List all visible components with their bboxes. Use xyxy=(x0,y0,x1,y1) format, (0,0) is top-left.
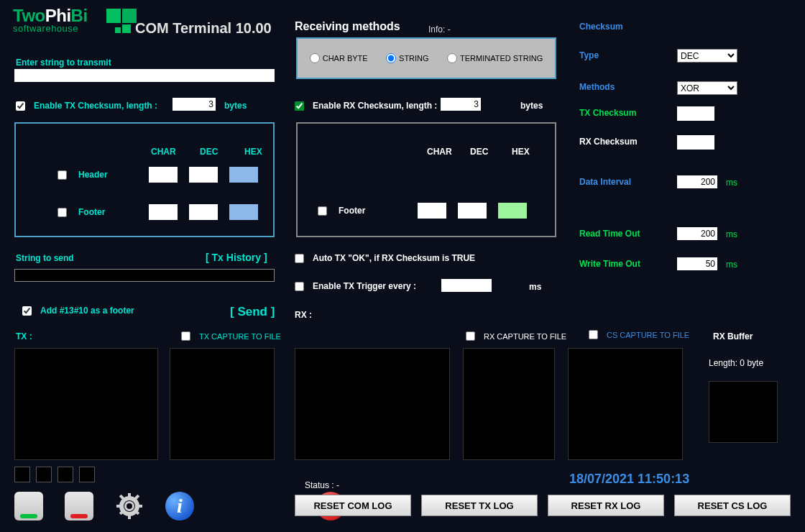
reset-com-log-button[interactable]: RESET COM LOG xyxy=(295,495,411,516)
rx-checksum-label: RX Checksum xyxy=(579,137,638,147)
receiving-methods-panel: CHAR BYTE STRING TERMINATED STRING xyxy=(296,37,556,79)
tx-footer-char[interactable] xyxy=(149,204,178,220)
enable-tx-checksum-checkbox[interactable] xyxy=(16,101,25,111)
status-ind-4 xyxy=(79,467,95,482)
tx-header-footer-panel: CHAR DEC HEX Header Footer xyxy=(14,122,275,237)
enable-trigger-checkbox[interactable] xyxy=(295,282,304,291)
tx-bytes-label: bytes xyxy=(224,101,247,111)
di-ms: ms xyxy=(726,178,737,188)
rx-col-char: CHAR xyxy=(427,147,452,157)
read-timeout-label: Read Time Out xyxy=(579,229,640,239)
rx-log-1[interactable] xyxy=(295,348,450,460)
rx-buffer-title: RX Buffer xyxy=(713,331,753,341)
methods-select[interactable]: XOR xyxy=(677,81,737,95)
rx-log-2[interactable] xyxy=(463,348,555,460)
type-select[interactable]: DEC xyxy=(677,49,737,63)
tx-footer-dec[interactable] xyxy=(189,204,218,220)
tx-header-checkbox[interactable] xyxy=(58,170,67,180)
info-label: Info: - xyxy=(428,24,451,35)
settings-icon[interactable] xyxy=(115,492,144,520)
rx-capture-checkbox[interactable] xyxy=(466,331,475,341)
info-icon[interactable]: i xyxy=(165,492,194,520)
enable-rx-checksum-checkbox[interactable] xyxy=(295,101,304,111)
write-timeout-input[interactable] xyxy=(677,257,717,270)
enable-tx-checksum-row: Enable TX Checksum, length : xyxy=(16,101,157,111)
disconnect-icon[interactable] xyxy=(65,492,93,520)
string-to-send-input[interactable] xyxy=(14,269,275,282)
enable-trigger-row: Enable TX Trigger every : xyxy=(295,281,416,291)
rx-footer-row: Footer xyxy=(318,203,527,219)
data-interval-label: Data Interval xyxy=(579,177,631,187)
enable-rx-checksum-label: Enable RX Checksum, length : xyxy=(313,101,437,111)
tx-checksum-value xyxy=(677,106,714,121)
cs-log[interactable] xyxy=(568,348,683,460)
rx-footer-char[interactable] xyxy=(418,203,446,219)
tx-header-label: Header xyxy=(78,170,119,180)
rx-footer-hex[interactable] xyxy=(498,203,527,219)
radio-terminated-label: TERMINATED STRING xyxy=(460,54,543,63)
rx-bytes-label: bytes xyxy=(520,101,543,111)
tx-footer-label: Footer xyxy=(78,207,119,217)
enable-trigger-label: Enable TX Trigger every : xyxy=(313,281,416,291)
tx-checksum-length-input[interactable] xyxy=(172,98,216,111)
logo: TwoPhiBi softwarehouse xyxy=(13,6,121,45)
auto-tx-ok-label: Auto TX "OK", if RX Checksum is TRUE xyxy=(313,253,475,263)
tx-capture-checkbox[interactable] xyxy=(181,331,190,341)
tx-log-2[interactable] xyxy=(170,348,275,460)
tx-header-char[interactable] xyxy=(149,167,178,183)
tx-history-link[interactable]: [ Tx History ] xyxy=(206,252,267,263)
col-dec: DEC xyxy=(200,147,218,157)
add-1310-row: Add #13#10 as a footer xyxy=(22,306,134,316)
auto-tx-ok-checkbox[interactable] xyxy=(295,254,304,263)
rx-footer-checkbox[interactable] xyxy=(318,206,327,216)
rto-ms: ms xyxy=(726,229,737,239)
col-char: CHAR xyxy=(151,147,176,157)
enter-string-label: Enter string to transmit xyxy=(16,58,111,68)
rx-capture-row: RX CAPTURE TO FILE xyxy=(466,331,566,341)
auto-tx-ok-row: Auto TX "OK", if RX Checksum is TRUE xyxy=(295,253,475,263)
reset-rx-log-button[interactable]: RESET RX LOG xyxy=(548,495,664,516)
add-1310-checkbox[interactable] xyxy=(22,306,32,316)
rx-capture-label: RX CAPTURE TO FILE xyxy=(484,332,566,341)
radio-string-label: STRING xyxy=(399,54,429,63)
radio-char-byte[interactable]: CHAR BYTE xyxy=(310,53,368,63)
transmit-input[interactable] xyxy=(14,69,275,82)
tx-header-dec[interactable] xyxy=(189,167,218,183)
status-indicators xyxy=(14,467,95,482)
tx-header-hex[interactable] xyxy=(229,167,258,183)
rx-checksum-length-input[interactable] xyxy=(441,98,481,111)
tx-capture-label: TX CAPTURE TO FILE xyxy=(199,332,281,341)
rx-footer-dec[interactable] xyxy=(458,203,487,219)
radio-terminated[interactable]: TERMINATED STRING xyxy=(447,53,543,63)
datetime-label: 18/07/2021 11:50:13 xyxy=(569,472,689,487)
tx-footer-hex[interactable] xyxy=(229,204,258,220)
tx-footer-row: Footer xyxy=(58,204,258,220)
data-interval-input[interactable] xyxy=(677,175,717,188)
type-label: Type xyxy=(579,50,599,60)
rx-buffer-length: Length: 0 byte xyxy=(709,358,763,368)
status-ind-3 xyxy=(58,467,73,482)
status-ind-1 xyxy=(14,467,30,482)
connect-icon[interactable] xyxy=(14,492,43,520)
rx-col-dec: DEC xyxy=(470,147,488,157)
cs-capture-checkbox[interactable] xyxy=(589,330,598,339)
rx-buffer-display xyxy=(709,381,778,443)
trigger-interval-input[interactable] xyxy=(441,279,492,292)
col-hex: HEX xyxy=(244,147,262,157)
send-button[interactable]: [ Send ] xyxy=(230,305,275,319)
receiving-methods-title: Receiving methods xyxy=(295,20,400,33)
cs-capture-label: CS CAPTURE TO FILE xyxy=(607,331,689,339)
cs-capture-row: CS CAPTURE TO FILE xyxy=(589,330,689,339)
tx-log-1[interactable] xyxy=(14,348,158,460)
tx-footer-checkbox[interactable] xyxy=(58,208,67,217)
radio-string[interactable]: STRING xyxy=(386,53,429,63)
add-1310-label: Add #13#10 as a footer xyxy=(40,306,134,316)
enable-rx-checksum-row: Enable RX Checksum, length : xyxy=(295,101,437,111)
read-timeout-input[interactable] xyxy=(677,227,717,240)
tx-header-row: Header xyxy=(58,167,258,183)
app-title: COM Terminal 10.00 xyxy=(135,20,272,37)
rx-checksum-value xyxy=(677,135,714,150)
reset-cs-log-button[interactable]: RESET CS LOG xyxy=(674,495,791,516)
reset-tx-log-button[interactable]: RESET TX LOG xyxy=(421,495,538,516)
tx-section-label: TX : xyxy=(16,331,32,341)
